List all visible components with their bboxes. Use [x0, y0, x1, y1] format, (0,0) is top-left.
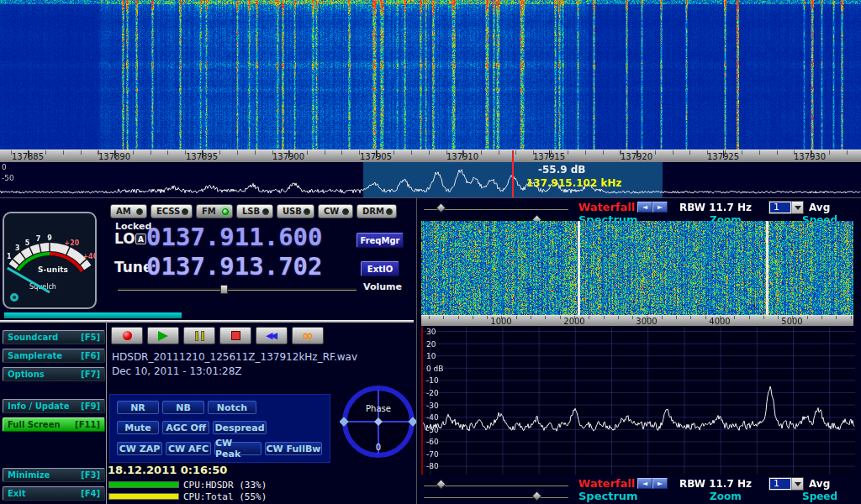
cpu-total-text: CPU:Total (55%): [183, 491, 267, 502]
loop-icon: ∞: [302, 328, 314, 343]
samplerate-button[interactable]: Samplerate [F6]: [3, 349, 105, 363]
rewind-button[interactable]: ◀◀: [256, 327, 288, 344]
hdsdr-window: 137885 137890 137895 137900 137905 13791…: [0, 0, 861, 504]
soundcard-button[interactable]: Soundcard [F5]: [3, 330, 105, 344]
s-meter[interactable]: [3, 212, 97, 309]
scroll-left-button[interactable]: ◄: [637, 202, 652, 213]
button-key: [F9]: [81, 402, 100, 411]
stop-button[interactable]: [219, 327, 251, 344]
button-label: Minimize: [8, 470, 50, 480]
db-tick-label: 30: [426, 328, 436, 336]
spectrum-label[interactable]: Spectrum: [578, 490, 638, 502]
db-tick-label: 20: [426, 340, 436, 349]
db-tick-label: -70: [426, 450, 439, 459]
waterfall-contrast-slider[interactable]: [424, 207, 568, 210]
freqmgr-button[interactable]: FreqMgr: [357, 233, 404, 248]
mode-ecss-button[interactable]: ECSS: [151, 204, 193, 218]
mode-led-icon: [222, 208, 229, 215]
scroll-left-button[interactable]: ◄: [637, 478, 652, 489]
options-button[interactable]: Options [F7]: [3, 367, 105, 381]
spectrum-strip-display[interactable]: 0 -50 -55.9 dB 137.915.102 kHz: [0, 162, 861, 197]
cw-peak-button[interactable]: CW Peak: [214, 442, 261, 455]
button-key: [F3]: [81, 470, 100, 480]
cw-fullbw-button[interactable]: CW FullBw: [265, 442, 322, 455]
spectrum-strip-canvas[interactable]: [0, 162, 861, 197]
slider-thumb[interactable]: [531, 491, 542, 501]
mode-lsb-button[interactable]: LSB: [236, 204, 273, 218]
zoom-label[interactable]: Zoom: [710, 491, 742, 502]
combo-dropdown-button[interactable]: [791, 478, 803, 490]
loop-button[interactable]: ∞: [292, 327, 324, 344]
freq-tick-label: 137890: [98, 152, 130, 161]
spectrum-scale-slider[interactable]: [424, 496, 568, 498]
hz-tick-label: 1000: [490, 317, 511, 326]
button-label: Samplerate: [8, 351, 62, 360]
agc-button[interactable]: AGC Off: [162, 421, 209, 434]
button-label: Info / Update: [8, 402, 69, 411]
volume-slider-thumb[interactable]: [220, 285, 228, 294]
nr-button[interactable]: NR: [117, 401, 159, 414]
scroll-right-button[interactable]: ►: [652, 202, 668, 213]
db-tick-label: 0 dB: [426, 365, 443, 373]
phase-scope[interactable]: Phase 0: [340, 383, 417, 460]
hz-tick-label: 3000: [636, 317, 657, 326]
fullscreen-button[interactable]: Full Screen [F11]: [3, 417, 105, 432]
zoom-waterfall-display[interactable]: [421, 221, 853, 315]
combo-dropdown-button[interactable]: [791, 202, 803, 213]
waterfall-label[interactable]: Waterfall: [578, 477, 635, 490]
panel-divider: [106, 321, 107, 504]
pause-button[interactable]: [183, 327, 215, 344]
mode-drm-button[interactable]: DRM: [357, 204, 397, 218]
db-tick-label: -40: [426, 413, 439, 422]
slider-thumb[interactable]: [436, 479, 446, 490]
main-waterfall-display[interactable]: [0, 0, 861, 150]
squelch-level-bar[interactable]: [4, 312, 182, 318]
tune-frequency-display[interactable]: 0137.913.702: [146, 252, 323, 281]
notch-button[interactable]: Notch: [208, 401, 256, 414]
cw-zap-button[interactable]: CW ZAP: [117, 442, 162, 455]
avg-select[interactable]: 1: [769, 201, 804, 214]
slider-thumb[interactable]: [436, 202, 446, 213]
dsp-panel: NR NB Notch Mute AGC Off Despread CW ZAP…: [109, 394, 330, 463]
avg-select[interactable]: 1: [769, 477, 804, 491]
waterfall-label[interactable]: Waterfall: [578, 201, 635, 213]
mode-usb-button[interactable]: USB: [277, 204, 314, 218]
audio-frequency-scale[interactable]: 1000 2000 3000 4000 5000: [421, 315, 853, 326]
volume-slider[interactable]: [118, 285, 357, 294]
volume-slider-track[interactable]: [118, 288, 357, 291]
mode-am-button[interactable]: AM: [110, 204, 147, 218]
zoom-spectrum-display[interactable]: 30 20 10 0 dB -10 -20 -30 -40 -50 -60 -7…: [421, 327, 855, 475]
record-button[interactable]: [111, 327, 143, 344]
zoom-spectrum-canvas[interactable]: [423, 327, 855, 475]
button-label: Soundcard: [8, 333, 58, 342]
mode-cw-button[interactable]: CW: [318, 204, 353, 218]
s-meter-canvas[interactable]: [4, 213, 95, 307]
despread-button[interactable]: Despread: [213, 421, 267, 434]
freq-tick-label: 137885: [12, 152, 44, 161]
frequency-scale[interactable]: 137885 137890 137895 137900 137905 13791…: [0, 150, 861, 162]
waterfall-contrast-slider[interactable]: [424, 484, 568, 486]
mute-button[interactable]: Mute: [117, 421, 159, 434]
exit-button[interactable]: Exit [F4]: [3, 486, 105, 501]
mode-label: DRM: [362, 207, 384, 216]
avg-select-value[interactable]: 1: [770, 202, 790, 213]
phase-value: 0: [376, 443, 381, 452]
hz-tick-label: 2000: [563, 317, 584, 326]
play-button[interactable]: [147, 327, 179, 344]
strip-axis-label: -50: [2, 174, 14, 182]
avg-select-value[interactable]: 1: [770, 479, 790, 489]
cw-afc-button[interactable]: CW AFC: [166, 442, 211, 455]
lo-a-badge[interactable]: A: [135, 234, 146, 244]
mode-fm-button[interactable]: FM: [196, 204, 233, 218]
minimize-button[interactable]: Minimize [F3]: [3, 468, 105, 482]
lo-frequency-display[interactable]: 0137.911.600: [146, 223, 323, 251]
nb-button[interactable]: NB: [162, 401, 204, 414]
freq-tick-label: 137910: [446, 152, 478, 161]
freq-tick-label: 137905: [360, 152, 392, 161]
info-update-button[interactable]: Info / Update [F9]: [3, 399, 105, 413]
level-slider-track[interactable]: [0, 320, 414, 323]
scroll-right-button[interactable]: ►: [652, 478, 668, 489]
extio-button[interactable]: ExtIO: [361, 261, 399, 276]
db-tick-label: -10: [426, 376, 439, 385]
mode-label: CW: [324, 207, 339, 216]
